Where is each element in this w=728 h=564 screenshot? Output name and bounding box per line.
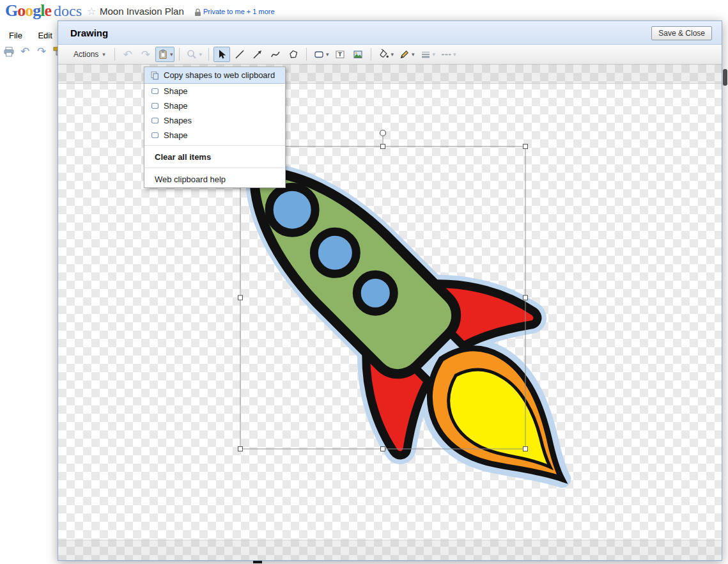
polyline-tool-button[interactable] — [285, 47, 302, 62]
menu-item-label: Web clipboard help — [155, 175, 226, 184]
zoom-button[interactable]: ▾ — [184, 47, 204, 62]
page-scrollbar-thumb[interactable] — [723, 69, 727, 86]
menu-item-copy-shapes[interactable]: Copy shapes to web clipboard — [144, 67, 285, 84]
line-icon — [234, 49, 245, 60]
menu-item-label: Shape — [164, 130, 188, 140]
line-dash-button[interactable]: ▾ — [438, 47, 458, 62]
web-clipboard-button[interactable]: ▾ — [155, 47, 175, 62]
star-icon[interactable]: ☆ — [87, 5, 96, 17]
svg-text:T: T — [339, 51, 343, 58]
menu-item-help[interactable]: Web clipboard help — [144, 171, 285, 187]
redo-button[interactable]: ↷ — [137, 47, 154, 62]
line-color-button[interactable]: ▾ — [397, 47, 417, 62]
chevron-down-icon: ▾ — [453, 52, 456, 58]
image-icon — [352, 49, 364, 60]
menu-item-label: Shapes — [164, 116, 192, 125]
chevron-down-icon: ▾ — [391, 52, 394, 58]
chevron-down-icon: ▾ — [326, 52, 329, 58]
chevron-down-icon: ▾ — [102, 52, 105, 58]
logo-docs-text: docs — [54, 3, 82, 19]
chevron-down-icon: ▾ — [412, 52, 415, 58]
actions-menu-button[interactable]: Actions ▾ — [69, 47, 110, 62]
logo-letter: o — [17, 1, 25, 20]
menu-item-shape[interactable]: Shape — [144, 128, 285, 143]
curve-tool-button[interactable] — [267, 47, 284, 62]
undo-button[interactable]: ↶ — [120, 47, 136, 62]
web-clipboard-icon — [157, 49, 169, 60]
menu-item-label: Copy shapes to web clipboard — [164, 70, 275, 80]
web-clipboard-menu: Copy shapes to web clipboard Shape Shape… — [144, 67, 286, 188]
lock-icon — [194, 8, 201, 19]
arrow-tool-button[interactable] — [249, 47, 266, 62]
menu-item-label: Shape — [164, 101, 188, 111]
copy-icon — [150, 71, 160, 80]
toolbar-separator — [306, 48, 307, 61]
arrow-icon — [252, 49, 263, 60]
menu-separator — [144, 168, 285, 168]
chevron-down-icon: ▾ — [199, 52, 202, 58]
text-box-icon: T — [334, 49, 346, 60]
redo-icon: ↷ — [141, 49, 150, 60]
fill-color-button[interactable]: ▾ — [376, 47, 396, 62]
drawing-dialog: Drawing Save & Close Actions ▾ ↶ ↷ ▾ — [58, 20, 722, 561]
text-box-tool-button[interactable]: T — [332, 47, 348, 62]
top-bar: Googledocs ☆ Moon Invasion Plan Private … — [0, 0, 728, 22]
polyline-icon — [288, 49, 299, 60]
chevron-down-icon: ▾ — [433, 52, 436, 58]
chevron-down-icon: ▾ — [170, 52, 173, 58]
shape-icon — [150, 102, 160, 110]
rotation-handle[interactable] — [380, 130, 386, 136]
redo-icon[interactable]: ↷ — [37, 46, 46, 57]
screen-artifact — [253, 561, 262, 563]
drawing-toolbar: Actions ▾ ↶ ↷ ▾ ▾ — [58, 45, 722, 65]
actions-label: Actions — [74, 50, 98, 59]
shape-tool-button[interactable]: ▾ — [311, 47, 331, 62]
line-width-button[interactable]: ▾ — [418, 47, 438, 62]
curve-icon — [270, 49, 281, 60]
menu-item-label: Shape — [164, 86, 188, 96]
dialog-header: Drawing Save & Close — [58, 21, 722, 45]
menu-edit[interactable]: Edit — [34, 29, 56, 42]
logo-letter: g — [33, 1, 40, 20]
insert-image-button[interactable] — [350, 47, 366, 62]
shape-icon — [313, 49, 325, 60]
google-docs-logo: Googledocs — [5, 1, 82, 20]
zoom-icon — [186, 49, 197, 60]
toolbar-separator — [208, 48, 209, 61]
page: Googledocs ☆ Moon Invasion Plan Private … — [0, 0, 728, 564]
save-close-button[interactable]: Save & Close — [651, 26, 712, 40]
menu-item-shape[interactable]: Shape — [144, 84, 285, 98]
pencil-icon — [399, 49, 410, 60]
shape-icon — [150, 131, 160, 139]
menu-item-clear-all[interactable]: Clear all items — [144, 148, 285, 165]
menu-item-shape[interactable]: Shape — [144, 98, 285, 113]
document-title[interactable]: Moon Invasion Plan — [100, 6, 184, 17]
logo-letter: o — [25, 1, 33, 20]
dialog-title: Drawing — [70, 27, 108, 38]
select-cursor-icon — [216, 49, 228, 60]
select-tool-button[interactable] — [213, 47, 230, 62]
print-icon[interactable] — [3, 46, 15, 58]
toolbar-separator — [114, 48, 115, 61]
line-tool-button[interactable] — [231, 47, 248, 62]
menu-file[interactable]: File — [5, 29, 26, 42]
line-dash-icon — [440, 49, 452, 60]
menu-item-shapes[interactable]: Shapes — [144, 113, 285, 128]
toolbar-separator — [371, 48, 371, 61]
shape-icon — [150, 116, 160, 125]
privacy-link[interactable]: Private to me + 1 more — [203, 8, 275, 15]
logo-letter: G — [5, 1, 17, 20]
fill-color-icon — [378, 49, 389, 60]
undo-icon[interactable]: ↶ — [20, 46, 29, 57]
undo-icon: ↶ — [123, 49, 132, 60]
logo-letter: e — [44, 1, 51, 20]
menu-item-label: Clear all items — [155, 152, 211, 162]
shape-icon — [150, 87, 160, 95]
toolbar-separator — [179, 48, 180, 61]
line-width-icon — [420, 49, 431, 60]
menu-separator — [144, 145, 285, 146]
